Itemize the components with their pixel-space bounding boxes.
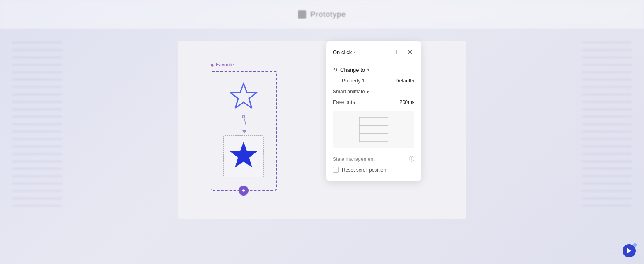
logo-svg [625,247,633,255]
app-icon [298,10,306,19]
reset-scroll-label: Reset scroll position [342,167,386,173]
ease-label-text: Ease out [333,99,352,105]
change-to-label: Change to [340,67,365,73]
brand-logo [623,244,636,257]
diamond-icon: ◆ [211,63,214,67]
app-title: Prototype [310,10,346,19]
ease-duration[interactable]: 200ms [400,99,414,105]
svg-rect-7 [359,117,388,125]
star-outline [227,80,260,115]
top-bar: Prototype [0,0,644,29]
close-panel-button[interactable]: ✕ [405,47,414,57]
star-filled-wrapper [223,135,264,177]
easing-preview [333,111,414,148]
interaction-panel: On click ▾ + ✕ ↻ Change to ▾ Property 1 … [326,41,421,181]
component-name: Favorite [216,62,234,68]
property-row: Property 1 Default ▾ [326,75,421,86]
svg-rect-9 [359,134,388,142]
ease-row: Ease out ▾ 200ms [326,97,421,108]
panel-header: On click ▾ + ✕ [326,41,421,62]
ease-selector[interactable]: Ease out ▾ [333,99,355,105]
svg-marker-1 [242,130,246,133]
property-value-chevron: ▾ [412,79,414,83]
favorite-component: ◆ Favorite [211,62,277,191]
connector-svg [235,115,252,135]
property-label: Property 1 [342,78,365,84]
state-management-info-icon[interactable]: ⓘ [409,156,414,163]
trigger-chevron: ▾ [354,50,356,54]
easing-curve-svg [357,115,390,144]
panel-header-actions: + ✕ [391,47,414,57]
svg-marker-3 [230,142,257,167]
smart-animate-chevron: ▾ [367,90,369,94]
svg-rect-8 [359,125,388,134]
bg-decoration-left [12,41,62,206]
property-value-selector[interactable]: Default ▾ [395,78,414,84]
logo-dot [633,243,637,247]
reset-scroll-checkbox[interactable] [333,167,339,173]
property-value-text: Default [395,78,411,84]
smart-animate-row[interactable]: Smart animate ▾ [326,86,421,97]
reset-scroll-row: Reset scroll position [326,165,421,174]
star-outline-svg [227,80,260,113]
connector [235,115,252,135]
logo-container [623,244,636,257]
trigger-selector[interactable]: On click ▾ [333,49,356,55]
trigger-label: On click [333,49,352,55]
change-to-row: ↻ Change to ▾ [326,62,421,75]
state-management-label: State management [333,156,374,162]
canvas-area: ◆ Favorite [178,41,466,219]
add-action-button[interactable]: + [391,47,401,57]
star-filled-svg [227,139,260,172]
add-state-button[interactable]: + [239,186,249,196]
component-label: ◆ Favorite [211,62,277,68]
change-to-icon: ↻ [333,66,338,73]
smart-animate-label: Smart animate [333,89,365,94]
component-container: + [211,71,277,191]
ease-chevron: ▾ [353,100,355,105]
svg-marker-0 [230,83,257,108]
change-to-chevron: ▾ [367,68,369,72]
state-management-row: State management ⓘ [326,151,421,165]
svg-rect-4 [359,117,388,142]
bg-decoration-right [582,41,632,206]
